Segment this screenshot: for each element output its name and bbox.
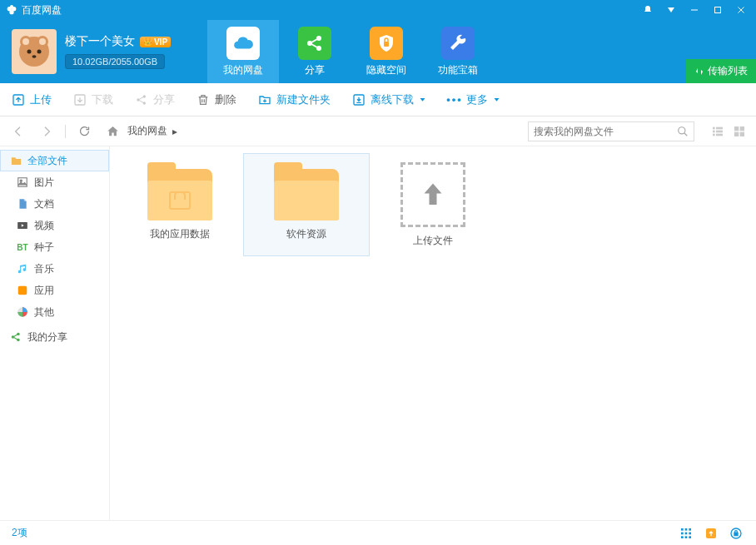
- svg-point-13: [27, 50, 32, 54]
- folder-item-software[interactable]: 软件资源: [243, 153, 370, 256]
- svg-point-43: [20, 180, 22, 181]
- image-icon: [16, 176, 29, 189]
- storage-quota[interactable]: 10.02GB/2055.00GB: [65, 54, 165, 69]
- close-button[interactable]: [729, 0, 753, 20]
- sidebar-item-bt[interactable]: BT 种子: [0, 236, 109, 258]
- share-icon: [298, 27, 331, 60]
- status-upload-icon[interactable]: [703, 525, 719, 542]
- tab-share[interactable]: 分享: [279, 20, 351, 83]
- svg-rect-21: [384, 42, 389, 47]
- item-count: 2项: [12, 526, 27, 540]
- back-button[interactable]: [8, 121, 28, 141]
- svg-point-26: [143, 102, 146, 104]
- upload-button[interactable]: 上传: [12, 92, 52, 107]
- svg-rect-39: [740, 126, 744, 131]
- status-bar: 2项: [0, 520, 756, 545]
- svg-rect-38: [734, 126, 739, 131]
- title-bar: 百度网盘: [0, 0, 756, 20]
- offline-download-button[interactable]: 离线下载: [352, 92, 426, 107]
- svg-point-30: [679, 126, 685, 133]
- minimize-button[interactable]: [683, 0, 706, 20]
- new-folder-icon: [258, 93, 271, 107]
- sidebar-my-share[interactable]: 我的分享: [0, 326, 109, 348]
- status-lock-icon[interactable]: [728, 525, 744, 542]
- username: 楼下一个美女: [65, 34, 135, 49]
- svg-point-25: [143, 95, 146, 97]
- header: 楼下一个美女 VIP 10.02GB/2055.00GB 我的网盘 分享 隐藏空…: [0, 20, 756, 83]
- search-box[interactable]: [528, 121, 694, 141]
- download-icon: [73, 93, 87, 107]
- upload-icon: [12, 93, 25, 107]
- delete-button[interactable]: 删除: [196, 92, 236, 107]
- search-icon[interactable]: [677, 126, 689, 137]
- sidebar-item-docs[interactable]: 文档: [0, 193, 109, 215]
- download-button[interactable]: 下载: [73, 92, 113, 107]
- vip-badge[interactable]: VIP: [140, 37, 171, 47]
- svg-point-15: [32, 55, 37, 58]
- svg-rect-52: [681, 528, 684, 531]
- music-icon: [16, 262, 29, 275]
- sidebar-item-apps[interactable]: 应用: [0, 280, 109, 301]
- action-toolbar: 上传 下载 分享 删除 新建文件夹 离线下载 ••• 更多: [0, 83, 756, 116]
- breadcrumb: 我的网盘 ▸: [102, 121, 520, 141]
- dropdown-icon[interactable]: [659, 0, 683, 20]
- new-folder-button[interactable]: 新建文件夹: [258, 92, 331, 107]
- svg-rect-36: [713, 133, 715, 136]
- refresh-button[interactable]: [74, 121, 94, 141]
- tab-label: 隐藏空间: [366, 63, 406, 77]
- upload-tile[interactable]: 上传文件: [370, 153, 496, 256]
- trash-icon: [196, 93, 210, 107]
- svg-line-19: [311, 39, 317, 42]
- sidebar-item-images[interactable]: 图片: [0, 171, 109, 193]
- svg-point-24: [137, 98, 139, 101]
- sidebar-item-all[interactable]: 全部文件: [0, 150, 109, 171]
- view-list-button[interactable]: [709, 123, 726, 140]
- share-icon: [9, 330, 22, 344]
- more-icon: •••: [448, 93, 461, 107]
- sidebar-item-videos[interactable]: 视频: [0, 215, 109, 236]
- svg-rect-41: [740, 131, 744, 136]
- svg-rect-35: [716, 130, 723, 132]
- svg-rect-55: [681, 532, 684, 534]
- breadcrumb-root[interactable]: 我的网盘: [127, 124, 167, 138]
- tab-my-disk[interactable]: 我的网盘: [207, 20, 279, 83]
- status-grid-icon[interactable]: [678, 525, 694, 542]
- offline-download-icon: [352, 93, 366, 107]
- sidebar-item-music[interactable]: 音乐: [0, 258, 109, 280]
- shield-icon: [370, 27, 403, 60]
- svg-rect-32: [713, 126, 715, 129]
- svg-rect-58: [681, 536, 684, 538]
- view-grid-button[interactable]: [731, 123, 748, 140]
- forward-button[interactable]: [37, 121, 57, 141]
- tab-toolbox[interactable]: 功能宝箱: [422, 20, 494, 83]
- folder-item-appdata[interactable]: 我的应用数据: [117, 153, 243, 256]
- other-icon: [16, 305, 29, 319]
- home-icon[interactable]: [102, 121, 122, 141]
- video-icon: [16, 219, 29, 232]
- sidebar: 全部文件 图片 文档 视频 BT 种子 音乐 应用 其他: [0, 146, 110, 520]
- sidebar-item-others[interactable]: 其他: [0, 301, 109, 323]
- notification-icon[interactable]: [636, 0, 659, 20]
- maximize-button[interactable]: [706, 0, 729, 20]
- file-grid: 我的应用数据 软件资源 上传文件: [110, 146, 756, 520]
- breadcrumb-separator: ▸: [172, 126, 177, 137]
- svg-rect-56: [685, 532, 688, 534]
- avatar[interactable]: [12, 29, 57, 74]
- chevron-down-icon: [419, 96, 426, 103]
- svg-rect-60: [689, 536, 691, 538]
- svg-line-20: [311, 44, 317, 47]
- svg-rect-63: [734, 533, 738, 535]
- bt-icon: BT: [16, 240, 29, 254]
- tab-hidden[interactable]: 隐藏空间: [351, 20, 422, 83]
- svg-rect-59: [685, 536, 688, 538]
- share-button[interactable]: 分享: [135, 92, 175, 107]
- search-input[interactable]: [534, 126, 677, 137]
- nav-bar: 我的网盘 ▸: [0, 116, 756, 146]
- svg-rect-33: [716, 126, 723, 129]
- svg-point-12: [39, 38, 46, 45]
- folder-icon: [9, 154, 22, 167]
- transfer-list-button[interactable]: 传输列表: [686, 59, 756, 83]
- svg-line-31: [684, 132, 688, 136]
- more-button[interactable]: ••• 更多: [448, 92, 500, 107]
- svg-line-27: [139, 97, 143, 99]
